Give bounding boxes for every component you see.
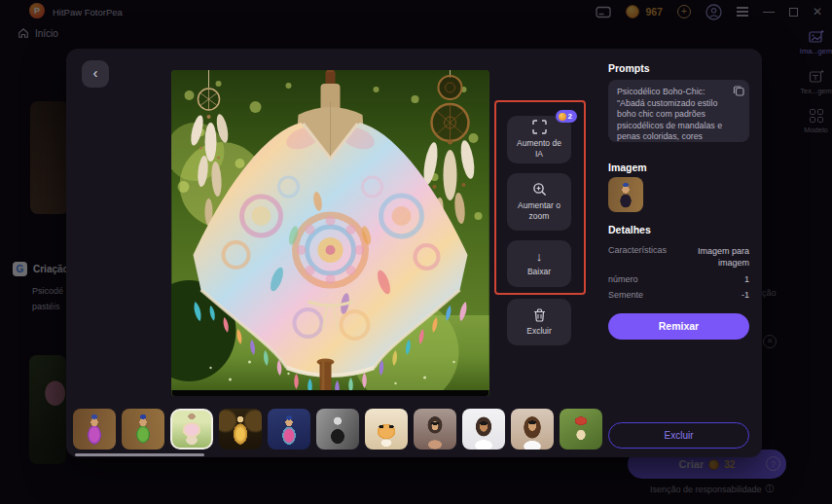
thumbnail-6[interactable] bbox=[316, 409, 359, 450]
thumbnail-4[interactable] bbox=[219, 409, 262, 450]
thumbnail-1[interactable] bbox=[73, 409, 116, 450]
detail-label: Semente bbox=[608, 290, 643, 300]
action-label: Baixar bbox=[512, 267, 566, 277]
details-title: Detalhes bbox=[608, 224, 651, 235]
magnifier-plus-icon bbox=[532, 182, 547, 197]
prompt-box[interactable]: Psicodélico Boho-Chic: "Abadá customizad… bbox=[608, 80, 749, 142]
prompts-title: Prompts bbox=[608, 62, 650, 74]
thumbnail-8[interactable] bbox=[414, 409, 456, 450]
prompt-text: Psicodélico Boho-Chic: "Abadá customizad… bbox=[617, 87, 730, 142]
back-button[interactable]: ‹ bbox=[82, 60, 109, 88]
thumbnail-3-selected[interactable] bbox=[170, 409, 213, 450]
thumbnail-9[interactable] bbox=[462, 409, 505, 450]
action-label: Aumentar o zoom bbox=[512, 200, 566, 221]
thumbnail-5[interactable] bbox=[268, 409, 310, 450]
detail-panel: Prompts Psicodélico Boho-Chic: "Abadá cu… bbox=[608, 62, 749, 451]
thumbnail-scrollbar[interactable] bbox=[75, 453, 204, 456]
copy-icon[interactable] bbox=[733, 85, 744, 96]
ai-upscale-button[interactable]: 2 Aumento de IA bbox=[507, 116, 571, 163]
detail-value: -1 bbox=[742, 290, 749, 300]
generated-image bbox=[171, 70, 489, 396]
action-label: Aumento de IA bbox=[512, 138, 566, 159]
detail-value: Imagem para imagem bbox=[685, 245, 749, 269]
image-detail-modal: ‹ bbox=[66, 49, 762, 457]
app-window: P HitPaw FotorPea 967 + — ✕ bbox=[0, 0, 832, 504]
thumbnail-11[interactable] bbox=[560, 409, 602, 450]
detail-row: Características Imagem para imagem bbox=[608, 245, 749, 269]
source-image-thumbnail[interactable] bbox=[608, 177, 643, 212]
detail-row: número 1 bbox=[608, 274, 749, 284]
thumbnail-10[interactable] bbox=[511, 409, 554, 450]
upscale-icon bbox=[532, 120, 547, 134]
zoom-in-button[interactable]: Aumentar o zoom bbox=[507, 173, 571, 231]
detail-label: Características bbox=[608, 245, 667, 269]
delete-button[interactable]: Excluir bbox=[608, 422, 749, 449]
trash-icon bbox=[533, 308, 546, 322]
thumbnail-7[interactable] bbox=[365, 409, 408, 450]
thumbnail-strip bbox=[73, 409, 602, 450]
detail-row: Semente -1 bbox=[608, 290, 749, 300]
detail-value: 1 bbox=[744, 274, 749, 284]
coin-icon bbox=[559, 113, 566, 121]
download-icon: ↓ bbox=[536, 250, 543, 263]
download-button[interactable]: ↓ Baixar bbox=[507, 240, 571, 287]
delete-image-button[interactable]: Excluir bbox=[507, 299, 571, 345]
detail-label: número bbox=[608, 274, 638, 284]
image-title: Imagem bbox=[608, 162, 647, 173]
thumbnail-2[interactable] bbox=[122, 409, 164, 450]
action-label: Excluir bbox=[512, 326, 566, 337]
cost-badge: 2 bbox=[556, 110, 577, 123]
remix-button[interactable]: Remixar bbox=[608, 313, 749, 340]
badge-count: 2 bbox=[568, 112, 572, 121]
